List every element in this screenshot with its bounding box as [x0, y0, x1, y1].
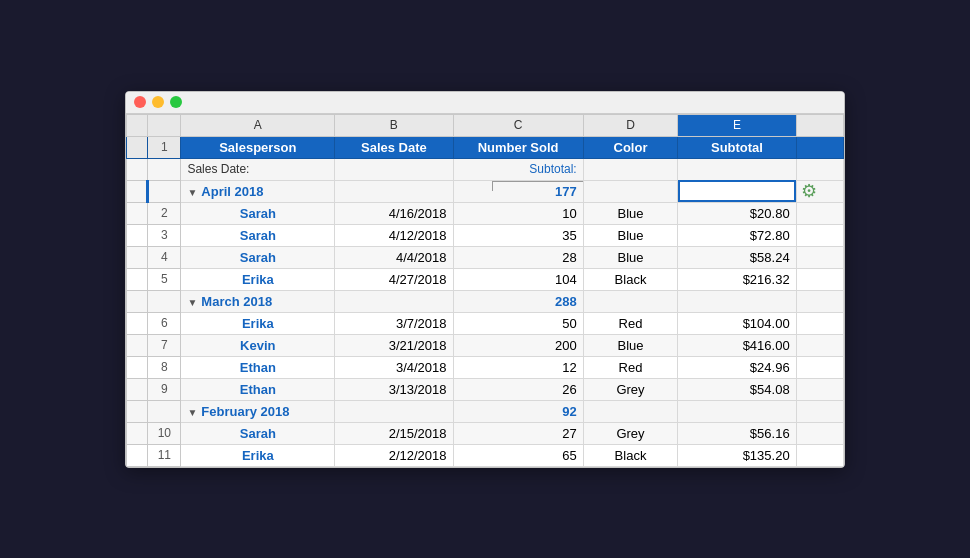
- april-e-selected[interactable]: [678, 180, 796, 202]
- row8-subtotal[interactable]: $24.96: [678, 356, 796, 378]
- sales-date-row-num: [148, 158, 181, 180]
- row3-color[interactable]: Blue: [583, 224, 678, 246]
- drag-handle-feb: [127, 400, 148, 422]
- row11-date[interactable]: 2/12/2018: [335, 444, 453, 466]
- table-row: 10 Sarah 2/15/2018 27 Grey $56.16: [127, 422, 844, 444]
- row2-subtotal[interactable]: $20.80: [678, 202, 796, 224]
- row3-number-sold[interactable]: 35: [453, 224, 583, 246]
- row2-date[interactable]: 4/16/2018: [335, 202, 453, 224]
- row10-salesperson[interactable]: Sarah: [181, 422, 335, 444]
- feb-d: [583, 400, 678, 422]
- row6-color[interactable]: Red: [583, 312, 678, 334]
- drag-handle-r7: [127, 334, 148, 356]
- row9-salesperson[interactable]: Ethan: [181, 378, 335, 400]
- col-d-header[interactable]: D: [583, 114, 678, 136]
- gear-icon[interactable]: ⚙: [801, 180, 817, 202]
- row7-subtotal[interactable]: $416.00: [678, 334, 796, 356]
- col-b-header[interactable]: B: [335, 114, 453, 136]
- row4-subtotal[interactable]: $58.24: [678, 246, 796, 268]
- row4-date[interactable]: 4/4/2018: [335, 246, 453, 268]
- row10-subtotal[interactable]: $56.16: [678, 422, 796, 444]
- row5-number-sold[interactable]: 104: [453, 268, 583, 290]
- row-10-num: 10: [148, 422, 181, 444]
- feb-subtotal: 92: [453, 400, 583, 422]
- row5-salesperson[interactable]: Erika: [181, 268, 335, 290]
- april-row-num: [148, 180, 181, 202]
- row2-number-sold[interactable]: 10: [453, 202, 583, 224]
- row6-subtotal[interactable]: $104.00: [678, 312, 796, 334]
- row6-number-sold[interactable]: 50: [453, 312, 583, 334]
- row9-date[interactable]: 3/13/2018: [335, 378, 453, 400]
- row7-extra: [796, 334, 843, 356]
- spreadsheet-table: A B C D E 1 Salesperson Sales Date: [126, 114, 844, 467]
- row7-color[interactable]: Blue: [583, 334, 678, 356]
- row9-number-sold[interactable]: 26: [453, 378, 583, 400]
- row-num-col-header: [148, 114, 181, 136]
- row6-date[interactable]: 3/7/2018: [335, 312, 453, 334]
- row10-color[interactable]: Grey: [583, 422, 678, 444]
- row9-subtotal[interactable]: $54.08: [678, 378, 796, 400]
- maximize-button[interactable]: [170, 96, 182, 108]
- row4-color[interactable]: Blue: [583, 246, 678, 268]
- row5-subtotal[interactable]: $216.32: [678, 268, 796, 290]
- row7-salesperson[interactable]: Kevin: [181, 334, 335, 356]
- row9-color[interactable]: Grey: [583, 378, 678, 400]
- col-a-header[interactable]: A: [181, 114, 335, 136]
- drag-handle-r3: [127, 224, 148, 246]
- march-group-label[interactable]: ▼March 2018: [181, 290, 335, 312]
- row2-color[interactable]: Blue: [583, 202, 678, 224]
- drag-handle-sales-date: [127, 158, 148, 180]
- sales-date-extra: [796, 158, 843, 180]
- row8-salesperson[interactable]: Ethan: [181, 356, 335, 378]
- march-e: [678, 290, 796, 312]
- april-d: [583, 180, 678, 202]
- row5-date[interactable]: 4/27/2018: [335, 268, 453, 290]
- table-row: 11 Erika 2/12/2018 65 Black $135.20: [127, 444, 844, 466]
- row11-number-sold[interactable]: 65: [453, 444, 583, 466]
- march-group-header: ▼March 2018 288: [127, 290, 844, 312]
- row11-subtotal[interactable]: $135.20: [678, 444, 796, 466]
- drag-handle-r10: [127, 422, 148, 444]
- row7-number-sold[interactable]: 200: [453, 334, 583, 356]
- row10-date[interactable]: 2/15/2018: [335, 422, 453, 444]
- february-group-header: ▼February 2018 92: [127, 400, 844, 422]
- close-button[interactable]: [134, 96, 146, 108]
- row-7-num: 7: [148, 334, 181, 356]
- row6-extra: [796, 312, 843, 334]
- row-3-num: 3: [148, 224, 181, 246]
- row4-number-sold[interactable]: 28: [453, 246, 583, 268]
- row11-salesperson[interactable]: Erika: [181, 444, 335, 466]
- row3-date[interactable]: 4/12/2018: [335, 224, 453, 246]
- february-group-label[interactable]: ▼February 2018: [181, 400, 335, 422]
- row9-extra: [796, 378, 843, 400]
- table-row: 2 Sarah 4/16/2018 10 Blue $20.80: [127, 202, 844, 224]
- subtotal-label: Subtotal:: [453, 158, 583, 180]
- row10-number-sold[interactable]: 27: [453, 422, 583, 444]
- row6-salesperson[interactable]: Erika: [181, 312, 335, 334]
- table-row: 3 Sarah 4/12/2018 35 Blue $72.80: [127, 224, 844, 246]
- row3-salesperson[interactable]: Sarah: [181, 224, 335, 246]
- col-extra-header: [796, 114, 843, 136]
- table-row: 8 Ethan 3/4/2018 12 Red $24.96: [127, 356, 844, 378]
- table-row: 7 Kevin 3/21/2018 200 Blue $416.00: [127, 334, 844, 356]
- drag-handle-row1: [127, 136, 148, 158]
- row7-date[interactable]: 3/21/2018: [335, 334, 453, 356]
- feb-triangle-icon: ▼: [187, 407, 197, 418]
- row4-salesperson[interactable]: Sarah: [181, 246, 335, 268]
- row-1-num: 1: [148, 136, 181, 158]
- row8-color[interactable]: Red: [583, 356, 678, 378]
- april-group-label[interactable]: ▼April 2018: [181, 180, 335, 202]
- drag-handle-april: [127, 180, 148, 202]
- feb-extra: [796, 400, 843, 422]
- row5-color[interactable]: Black: [583, 268, 678, 290]
- col-d-label: Color: [583, 136, 678, 158]
- minimize-button[interactable]: [152, 96, 164, 108]
- row11-color[interactable]: Black: [583, 444, 678, 466]
- row8-date[interactable]: 3/4/2018: [335, 356, 453, 378]
- col-c-header[interactable]: C: [453, 114, 583, 136]
- col-e-header[interactable]: E: [678, 114, 796, 136]
- row8-number-sold[interactable]: 12: [453, 356, 583, 378]
- row2-salesperson[interactable]: Sarah: [181, 202, 335, 224]
- row3-extra: [796, 224, 843, 246]
- row3-subtotal[interactable]: $72.80: [678, 224, 796, 246]
